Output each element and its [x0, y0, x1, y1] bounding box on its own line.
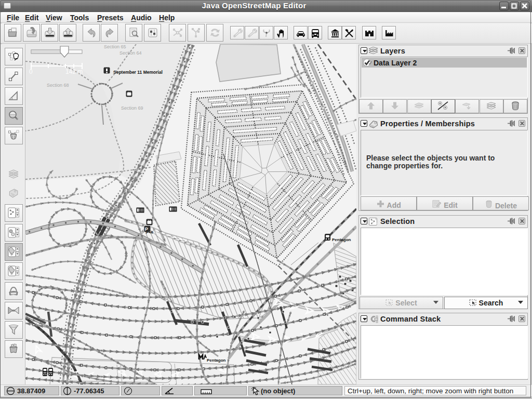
svg-text:September 11 Memorial: September 11 Memorial: [113, 70, 163, 75]
svg-text:Section 69: Section 69: [121, 105, 143, 111]
svg-text:Section 68: Section 68: [47, 83, 69, 88]
svg-text:Section 64: Section 64: [119, 50, 142, 56]
svg-text:P+R: P+R: [146, 231, 153, 234]
svg-text:Section 65: Section 65: [104, 44, 126, 49]
svg-text:Pentagon: Pentagon: [207, 358, 226, 363]
svg-text:142 m: 142 m: [65, 68, 83, 75]
svg-text:0: 0: [29, 68, 33, 75]
svg-text:Pentagon: Pentagon: [332, 237, 351, 242]
